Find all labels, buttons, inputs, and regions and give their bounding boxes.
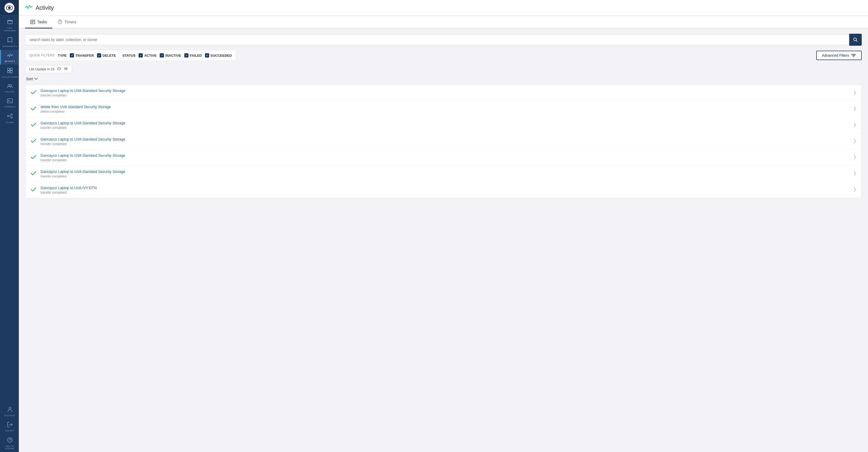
svg-line-23 (61, 20, 61, 21)
sidebar-item-console[interactable]: CONSOLE (0, 95, 19, 110)
search-input[interactable] (25, 34, 849, 45)
page-header: Activity (19, 0, 868, 16)
svg-point-1 (8, 6, 11, 9)
task-arrow-icon (854, 171, 856, 177)
sidebar-item-activity[interactable]: ACTIVITY (0, 50, 19, 65)
sort-button[interactable]: Sort (25, 75, 39, 83)
task-check-icon (31, 155, 36, 161)
task-item[interactable]: Gancayco Laptop to UVA Standard Security… (25, 166, 862, 182)
task-check-icon (31, 122, 36, 128)
task-subtitle: transfer completed (40, 174, 850, 178)
quick-filters: QUICK FILTERS TYPE ✓ TRANSFER ✓ DELETE S… (25, 50, 236, 61)
sidebar-item-flows[interactable]: FLOWS (0, 110, 19, 126)
sidebar-item-account[interactable]: ACCOUNT (0, 403, 19, 419)
task-subtitle: delete completed (40, 110, 850, 114)
task-info: Gancayco Laptop to UVA Standard Security… (40, 121, 850, 130)
active-checkbox[interactable]: ✓ (138, 53, 143, 58)
task-subtitle: transfer completed (40, 94, 850, 97)
sidebar-item-groups[interactable]: GROUPS (0, 80, 19, 95)
tab-tasks[interactable]: Tasks (25, 16, 52, 29)
tasks-tab-icon (30, 20, 35, 24)
inactive-label: INACTIVE (165, 54, 181, 58)
sidebar-item-help[interactable]: HELP & SITEMAP (0, 434, 19, 452)
sidebar-item-groups-label: GROUPS (5, 91, 15, 93)
bookmarks-icon (7, 37, 12, 44)
task-item[interactable]: Gancayco Laptop to UVA IVY-DTN transfer … (25, 182, 862, 198)
sidebar-item-bookmarks-label: BOOKMARKS (2, 45, 17, 48)
filters-row: QUICK FILTERS TYPE ✓ TRANSFER ✓ DELETE S… (25, 50, 862, 61)
advanced-filters-icon (851, 53, 856, 58)
main-content: Activity Tasks Timers (19, 0, 868, 452)
task-item[interactable]: Gancayco Laptop to UVA Standard Security… (25, 133, 862, 150)
task-title: Gancayco Laptop to UVA Standard Security… (40, 137, 850, 141)
search-button[interactable] (849, 34, 862, 46)
logout-icon (7, 422, 13, 428)
sort-chevron-icon (34, 78, 38, 80)
transfer-label: TRANSFER (75, 54, 94, 58)
file-manager-icon (7, 19, 13, 26)
svg-rect-30 (66, 67, 67, 70)
task-list: Gancayco Laptop to UVA Standard Security… (25, 85, 862, 198)
svg-rect-9 (7, 99, 12, 103)
sidebar-item-file-manager[interactable]: FILE MANAGER (0, 16, 19, 34)
update-badge: List Update in 16 (25, 65, 72, 73)
task-item[interactable]: Gancayco Laptop to UVA Standard Security… (25, 85, 862, 101)
active-label: ACTIVE (144, 54, 157, 58)
svg-point-14 (9, 407, 11, 409)
refresh-button[interactable] (57, 67, 61, 71)
svg-rect-4 (10, 68, 12, 70)
sidebar-item-file-manager-label: FILE MANAGER (2, 27, 18, 32)
task-title: Gancayco Laptop to UVA Standard Security… (40, 153, 850, 158)
task-title: Gancayco Laptop to UVA Standard Security… (40, 121, 850, 125)
task-subtitle: transfer completed (40, 126, 850, 130)
task-info: Gancayco Laptop to UVA Standard Security… (40, 153, 850, 162)
inactive-checkbox[interactable]: ✓ (160, 53, 164, 58)
tab-timers[interactable]: Timers (52, 16, 81, 29)
task-subtitle: transfer completed (40, 158, 850, 162)
succeeded-checkbox[interactable]: ✓ (205, 53, 209, 58)
task-item[interactable]: Gancayco Laptop to UVA Standard Security… (25, 150, 862, 166)
svg-rect-29 (65, 67, 66, 70)
status-filter-label: STATUS (122, 54, 135, 58)
sort-row: Sort (25, 75, 862, 83)
task-item[interactable]: delete from UVA Standard Security Storag… (25, 101, 862, 117)
filter-inactive[interactable]: ✓ INACTIVE (160, 53, 181, 58)
svg-rect-3 (8, 68, 10, 70)
filter-active[interactable]: ✓ ACTIVE (138, 53, 157, 58)
task-info: delete from UVA Standard Security Storag… (40, 105, 850, 114)
advanced-filters-button[interactable]: Advanced Filters (816, 51, 862, 60)
sidebar-item-collections-label: COLLECTIONS (2, 76, 18, 78)
failed-checkbox[interactable]: ✓ (184, 53, 188, 58)
sidebar-item-logout[interactable]: LOGOUT (0, 419, 19, 434)
filter-delete[interactable]: ✓ DELETE (97, 53, 116, 58)
filter-divider (119, 52, 119, 59)
task-check-icon (31, 171, 36, 177)
filter-succeeded[interactable]: ✓ SUCCEEDED (205, 53, 232, 58)
filter-transfer[interactable]: ✓ TRANSFER (70, 53, 94, 58)
sidebar-item-collections[interactable]: COLLECTIONS (0, 65, 19, 80)
task-item[interactable]: Gancayco Laptop to UVA Standard Security… (25, 117, 862, 133)
sidebar-logo (0, 0, 19, 16)
svg-rect-2 (8, 21, 12, 24)
task-arrow-icon (854, 155, 856, 161)
task-info: Gancayco Laptop to UVA IVY-DTN transfer … (40, 186, 850, 194)
svg-line-25 (856, 40, 858, 42)
task-arrow-icon (854, 123, 856, 128)
svg-point-7 (8, 85, 10, 86)
timers-tab-icon (58, 19, 62, 24)
delete-label: DELETE (102, 54, 116, 58)
succeeded-label: SUCCEEDED (211, 54, 232, 58)
delete-checkbox[interactable]: ✓ (97, 53, 101, 58)
task-title: Gancayco Laptop to UVA IVY-DTN (40, 186, 850, 190)
task-arrow-icon (854, 106, 856, 112)
tab-timers-label: Timers (64, 20, 76, 24)
svg-point-17 (10, 441, 10, 442)
filter-failed[interactable]: ✓ FAILED (184, 53, 202, 58)
sidebar-item-account-label: ACCOUNT (4, 414, 16, 417)
collections-icon (7, 68, 13, 75)
list-header: List Update in 16 (25, 65, 862, 73)
transfer-checkbox[interactable]: ✓ (70, 53, 74, 58)
sidebar-item-bookmarks[interactable]: BOOKMARKS (0, 34, 19, 50)
pause-button[interactable] (64, 67, 68, 71)
sidebar-item-logout-label: LOGOUT (5, 429, 14, 432)
